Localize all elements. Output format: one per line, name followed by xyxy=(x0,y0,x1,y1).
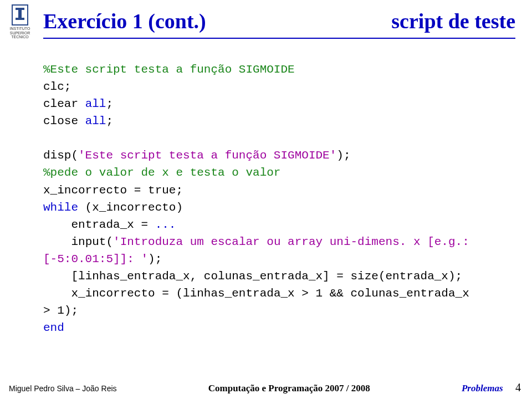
footer: Miguel Pedro Silva – João Reis Computaçã… xyxy=(9,381,521,394)
title-row: Exercício 1 (cont.) script de teste xyxy=(43,9,515,33)
code-keyword: end xyxy=(43,321,64,334)
code-keyword: all xyxy=(85,98,106,110)
svg-rect-3 xyxy=(16,18,24,20)
svg-rect-1 xyxy=(16,8,24,10)
code-line: entrada_x = xyxy=(43,218,155,231)
code-text: (x_incorrecto) xyxy=(78,201,183,214)
page-number: 4 xyxy=(515,381,521,393)
code-line: clear xyxy=(43,98,85,110)
svg-rect-2 xyxy=(18,10,22,18)
logo-caption: INSTITUTO SUPERIOR TÉCNICO xyxy=(10,27,30,39)
footer-right-group: Problemas 4 xyxy=(462,381,521,394)
footer-course: Computação e Programação 2007 / 2008 xyxy=(208,383,370,394)
code-text: ); xyxy=(148,253,162,265)
page-title-right: script de teste xyxy=(391,9,515,33)
code-keyword: ... xyxy=(155,218,176,231)
code-line: x_incorrecto = true; xyxy=(43,184,183,197)
footer-section: Problemas xyxy=(462,383,503,393)
code-line: clc; xyxy=(43,80,71,93)
footer-authors: Miguel Pedro Silva – João Reis xyxy=(9,384,117,393)
code-line: close xyxy=(43,115,85,127)
code-string: 'Este script testa a função SIGMOIDE' xyxy=(78,149,336,162)
code-text: ; xyxy=(106,115,113,127)
code-line: x_incorrecto = (linhas_entrada_x > 1 && … xyxy=(43,287,476,317)
page-title-left: Exercício 1 (cont.) xyxy=(43,9,206,33)
code-text: input( xyxy=(43,236,113,248)
code-text: ; xyxy=(106,98,113,110)
title-underline xyxy=(43,38,515,39)
institute-logo: INSTITUTO SUPERIOR TÉCNICO xyxy=(8,4,32,39)
logo-icon xyxy=(12,4,28,25)
code-block: %Este script testa a função SIGMOIDE clc… xyxy=(43,61,477,336)
code-text: ); xyxy=(336,149,350,162)
code-comment: %Este script testa a função SIGMOIDE xyxy=(43,63,295,76)
code-keyword: while xyxy=(43,201,78,214)
code-comment: %pede o valor de x e testa o valor xyxy=(43,166,280,179)
code-keyword: all xyxy=(85,115,106,127)
code-text: disp( xyxy=(43,149,78,162)
code-line: [linhas_entrada_x, colunas_entrada_x] = … xyxy=(43,270,462,283)
